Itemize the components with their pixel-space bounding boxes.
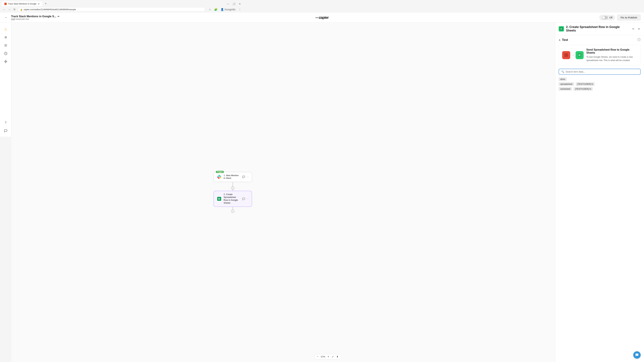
app-header: ← Track Slack Mentions in Google S... ✏ … bbox=[0, 12, 244, 23]
svg-marker-4 bbox=[4, 60, 7, 63]
close-button[interactable]: ✕ bbox=[238, 2, 242, 6]
reload-button[interactable]: ↻ bbox=[13, 7, 16, 12]
tab-close-button[interactable]: ✕ bbox=[38, 2, 40, 5]
menu-button[interactable]: ⋮ bbox=[238, 7, 242, 12]
new-tab-button[interactable]: + bbox=[44, 1, 48, 6]
workflow-title-text: Track Slack Mentions in Google S... bbox=[11, 15, 56, 18]
back-nav-button[interactable]: ← bbox=[2, 7, 6, 12]
header-title-section: Track Slack Mentions in Google S... ✏ dr… bbox=[11, 15, 60, 20]
sidebar-item-comments[interactable] bbox=[2, 127, 9, 134]
sidebar-item-integrations[interactable] bbox=[2, 58, 9, 65]
saved-text: saved just now bbox=[16, 18, 29, 20]
sidebar-item-help[interactable]: ? bbox=[2, 119, 9, 126]
browser-titlebar: Track Slack Mentions in Google ✕ + — ⬜ ✕ bbox=[0, 0, 244, 6]
tab-favicon bbox=[4, 3, 7, 5]
sidebar-item-settings[interactable]: ⚙ bbox=[2, 34, 9, 41]
url-text: zapier.com/editor/214848945/draft/214848… bbox=[24, 8, 76, 11]
minimize-button[interactable]: — bbox=[226, 2, 230, 6]
window-controls: — ⬜ ✕ bbox=[226, 2, 242, 6]
sidebar-item-history[interactable] bbox=[2, 50, 9, 57]
workflow-title: Track Slack Mentions in Google S... ✏ bbox=[11, 15, 60, 18]
maximize-button[interactable]: ⬜ bbox=[231, 2, 237, 6]
browser-addressbar: ← → ↻ 🔒 zapier.com/editor/214848945/draf… bbox=[0, 6, 244, 13]
lock-icon: 🔒 bbox=[20, 8, 23, 11]
tab-title: Track Slack Mentions in Google bbox=[8, 3, 36, 5]
browser-tab[interactable]: Track Slack Mentions in Google ✕ bbox=[2, 1, 42, 6]
incognito-button[interactable]: 👤 Incognito bbox=[220, 7, 236, 12]
edit-title-icon[interactable]: ✏ bbox=[58, 15, 60, 18]
bookmark-button[interactable]: ☆ bbox=[208, 7, 212, 12]
extensions-button[interactable]: 🧩 bbox=[213, 7, 218, 12]
browser-chrome: Track Slack Mentions in Google ✕ + — ⬜ ✕… bbox=[0, 0, 244, 13]
canvas-content: Trigger 1. New Mention in bbox=[12, 23, 244, 137]
sidebar-item-warnings[interactable]: ⚠ bbox=[2, 26, 9, 33]
address-bar[interactable]: 🔒 zapier.com/editor/214848945/draft/2148… bbox=[18, 7, 205, 12]
back-button[interactable]: ← bbox=[3, 14, 9, 21]
browser-actions: ☆ 🧩 👤 Incognito ⋮ bbox=[208, 7, 242, 12]
canvas-area: Trigger 1. New Mention in bbox=[12, 23, 244, 137]
draft-link[interactable]: draft bbox=[11, 18, 15, 20]
header-subtitle: draft saved just now bbox=[11, 18, 60, 20]
sidebar-item-layers[interactable] bbox=[2, 42, 9, 49]
left-sidebar: ⚠ ⚙ ? bbox=[0, 12, 12, 137]
forward-nav-button[interactable]: → bbox=[8, 7, 12, 12]
